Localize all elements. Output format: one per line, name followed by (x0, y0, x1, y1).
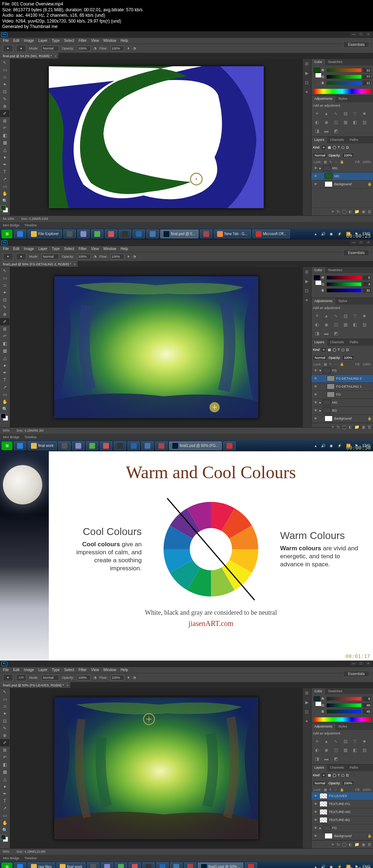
mini-bridge-tab[interactable]: Mini Bridge (3, 435, 19, 439)
swatches-tab[interactable]: Swatches (325, 59, 345, 66)
new-adj-icon[interactable]: ◐ (349, 425, 352, 429)
menu-edit[interactable]: Edit (13, 39, 19, 43)
menu-image[interactable]: Image (24, 668, 34, 672)
styles-tab[interactable]: Styles (335, 724, 350, 730)
layer-row[interactable]: 👁FG-DETAILING 1 (311, 383, 373, 391)
color-selector[interactable] (0, 835, 10, 843)
r-value[interactable]: 5 (363, 276, 371, 280)
taskbar-icon[interactable] (100, 441, 112, 450)
hand-tool[interactable]: ✋ (0, 190, 9, 197)
pressure-size-icon[interactable]: ◔ (133, 255, 136, 258)
brush-size-picker[interactable]: 119 (16, 674, 26, 681)
layer-opacity[interactable]: 100% (342, 355, 354, 360)
menu-image[interactable]: Image (24, 39, 34, 43)
minimize-button[interactable]: — (350, 661, 357, 666)
wand-tool[interactable]: ✦ (0, 710, 9, 717)
color-spectrum[interactable] (314, 717, 371, 722)
blend-mode-dropdown[interactable]: Normal (313, 355, 327, 360)
r-value[interactable]: 8 (363, 697, 371, 701)
layers-tab[interactable]: Layers (311, 339, 327, 346)
menu-image[interactable]: Image (24, 247, 34, 251)
pressure-size-icon[interactable]: ◔ (133, 47, 136, 50)
minimize-button[interactable]: — (350, 32, 357, 36)
selective-icon[interactable]: ◩ (333, 128, 339, 134)
blend-mode-dropdown[interactable]: Normal (313, 153, 327, 158)
opacity-input[interactable]: 100% (77, 675, 91, 681)
channels-tab[interactable]: Channels (327, 339, 347, 346)
color-tab[interactable]: Color (311, 59, 325, 66)
brushes-panel-icon[interactable]: ✦ (303, 90, 310, 95)
workspace-switcher[interactable]: Essentials (343, 671, 369, 677)
lasso-tool[interactable]: ⊃ (0, 703, 9, 710)
properties-panel-icon[interactable]: ⊡ (303, 288, 310, 294)
brush-tool[interactable]: ✐ (0, 318, 9, 325)
wand-tool[interactable]: ✦ (0, 289, 9, 296)
taskbar-icon[interactable] (156, 863, 169, 868)
gradient-map-icon[interactable]: ▬ (323, 128, 330, 134)
airbrush-icon[interactable]: ✈ (127, 255, 130, 258)
dodge-tool[interactable]: ● (0, 154, 9, 161)
menu-edit[interactable]: Edit (13, 247, 19, 251)
mode-dropdown[interactable]: Normal (41, 254, 59, 259)
zoom-tool[interactable]: 🔍 (0, 827, 9, 834)
eraser-tool[interactable]: ◧ (0, 761, 9, 768)
blend-mode-dropdown[interactable]: Normal (313, 781, 327, 786)
brush-preset-picker[interactable]: ✦ (3, 253, 13, 260)
layer-row[interactable]: 👁FG-DETAILING 2 (311, 375, 373, 383)
trash-icon[interactable]: 🗑 (368, 842, 372, 847)
maximize-button[interactable]: □ (358, 661, 364, 666)
posterize-icon[interactable]: ▨ (361, 120, 368, 126)
wand-tool[interactable]: ✦ (0, 81, 9, 88)
airbrush-icon[interactable]: ✈ (127, 47, 130, 50)
history-brush-tool[interactable]: ↶ (0, 754, 9, 761)
flow-input[interactable]: 100% (110, 675, 124, 681)
taskbar-ie[interactable] (14, 230, 26, 238)
curves-icon[interactable]: ∿ (333, 111, 339, 117)
color-spectrum[interactable] (314, 89, 371, 94)
mixer-icon[interactable]: ◫ (333, 120, 339, 126)
menu-view[interactable]: View (91, 668, 99, 672)
maximize-button[interactable]: □ (358, 240, 364, 245)
document-tab[interactable]: final.psd @ 54.2% (MG, RGB/8) * (0, 53, 58, 59)
taskbar-icon[interactable] (133, 230, 145, 238)
zoom-level[interactable]: 50% (3, 429, 9, 432)
adjustments-tab[interactable]: Adjustments (311, 724, 335, 730)
actions-panel-icon[interactable]: ▶ (303, 71, 310, 76)
new-adj-icon[interactable]: ◐ (349, 209, 352, 214)
taskbar-ps[interactable]: final1.psd @ 50%... (198, 863, 243, 868)
brush-preset-picker[interactable]: ✦ (3, 674, 13, 681)
crop-tool[interactable]: ⊡ (0, 88, 9, 95)
photofilter-icon[interactable]: ◉ (323, 120, 330, 126)
history-brush-tool[interactable]: ↶ (0, 333, 9, 340)
maximize-button[interactable]: □ (358, 32, 364, 36)
color-selector[interactable] (0, 413, 10, 422)
layer-row[interactable]: 👁TEXTURE-MG (311, 808, 373, 816)
taskbar-explorer[interactable]: raw files (28, 863, 55, 868)
menu-filter[interactable]: Filter (79, 247, 87, 251)
menu-help[interactable]: Help (121, 39, 128, 43)
taskbar-icon[interactable] (184, 863, 196, 868)
menu-window[interactable]: Window (103, 668, 116, 672)
canvas-area[interactable] (10, 688, 302, 848)
dodge-tool[interactable]: ● (0, 783, 9, 790)
opacity-input[interactable]: 100% (77, 45, 91, 51)
path-tool[interactable]: ↗ (0, 384, 9, 391)
channels-tab[interactable]: Channels (327, 137, 347, 143)
gradient-tool[interactable]: ▦ (0, 139, 9, 146)
timeline-tab[interactable]: Timeline (24, 856, 37, 860)
new-adj-icon[interactable]: ◐ (349, 842, 352, 847)
g-value[interactable]: 48 (363, 703, 371, 708)
layer-row[interactable]: 👁FG-LEAVES (311, 792, 373, 800)
canvas-area[interactable] (10, 59, 302, 215)
layer-fill[interactable]: 100% (362, 160, 371, 164)
eraser-tool[interactable]: ◧ (0, 340, 9, 347)
menu-select[interactable]: Select (64, 39, 74, 43)
pressure-opacity-icon[interactable]: ◔ (94, 47, 97, 50)
mask-icon[interactable]: ◯ (342, 209, 346, 214)
mini-bridge-tab[interactable]: Mini Bridge (3, 856, 19, 860)
flow-input[interactable]: 100% (110, 254, 124, 259)
link-layers-icon[interactable]: ⚭ (331, 209, 334, 214)
crop-tool[interactable]: ⊡ (0, 717, 9, 725)
menu-select[interactable]: Select (64, 668, 74, 672)
brushes-panel-icon[interactable]: ✦ (303, 719, 310, 725)
